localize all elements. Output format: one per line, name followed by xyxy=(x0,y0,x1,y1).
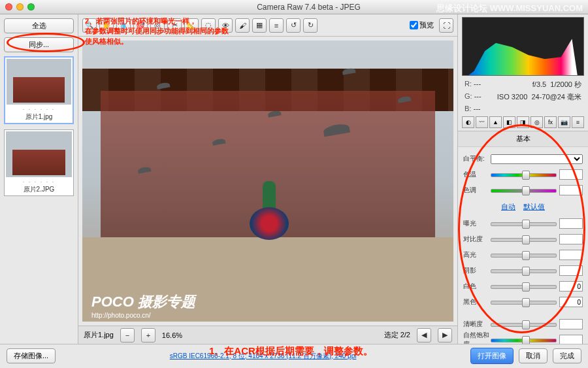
exposure-value[interactable] xyxy=(559,218,583,229)
panel-title: 基本 xyxy=(458,131,588,147)
redeye-tool[interactable]: 👁 xyxy=(218,18,233,33)
shadows-slider[interactable] xyxy=(491,266,557,275)
clarity-value[interactable] xyxy=(559,319,583,329)
contrast-slider[interactable] xyxy=(491,235,557,244)
tab-split[interactable]: ◨ xyxy=(517,116,529,128)
done-button[interactable]: 完成 xyxy=(553,348,581,363)
cancel-button[interactable]: 取消 xyxy=(519,348,547,363)
tab-presets[interactable]: ≡ xyxy=(572,116,584,128)
prefs-tool[interactable]: ≡ xyxy=(269,18,284,33)
next-image[interactable]: ▶ xyxy=(438,328,452,343)
open-image-button[interactable]: 打开图像 xyxy=(470,348,514,364)
watermark-topright: 思缘设计论坛 WWW.MISSYUAN.COM xyxy=(436,3,583,14)
clarity-slider[interactable] xyxy=(491,320,557,329)
thumbnail-1[interactable]: . . . . . . 原片1.jpg xyxy=(4,56,74,124)
wb-select[interactable] xyxy=(491,154,583,164)
highlights-value[interactable] xyxy=(559,250,583,260)
crop-tool[interactable]: ✂ xyxy=(167,18,182,33)
fullscreen-toggle[interactable]: ⛶ xyxy=(439,18,453,33)
whites-slider[interactable] xyxy=(491,282,557,291)
histogram[interactable] xyxy=(462,17,584,76)
current-filename: 原片1.jpg xyxy=(84,330,114,340)
tint-value[interactable] xyxy=(559,185,583,195)
rotate-cw[interactable]: ↻ xyxy=(303,18,318,33)
spot-tool[interactable]: ◌ xyxy=(201,18,216,33)
rotate-ccw[interactable]: ↺ xyxy=(286,18,301,33)
selection-counter: 选定 2/2 xyxy=(384,330,410,340)
tint-slider[interactable] xyxy=(491,186,557,195)
select-all-button[interactable]: 全选 xyxy=(4,18,74,33)
shadows-value[interactable] xyxy=(559,265,583,276)
tab-basic[interactable]: ◐ xyxy=(462,116,474,128)
thumb-label: 原片2.JPG xyxy=(6,184,72,194)
zoom-window[interactable] xyxy=(27,3,35,10)
close-window[interactable] xyxy=(5,3,12,10)
blacks-value[interactable] xyxy=(559,297,583,307)
vibrance-slider[interactable] xyxy=(491,335,557,344)
whites-value[interactable] xyxy=(559,281,583,292)
prev-image[interactable]: ◀ xyxy=(417,328,431,343)
temp-value[interactable] xyxy=(559,169,583,180)
workflow-link[interactable]: sRGB IEC61966-2.1; 8 位; 4104 x 2736 (11.… xyxy=(170,352,357,360)
zoom-in[interactable]: + xyxy=(141,328,155,343)
sync-button[interactable]: 同步... xyxy=(4,37,74,52)
hand-tool[interactable]: ✋ xyxy=(99,18,114,33)
preview-label: 预览 xyxy=(419,20,434,30)
color-sampler-tool[interactable]: 🎯 xyxy=(133,18,148,33)
tab-detail[interactable]: ▲ xyxy=(489,116,502,128)
contrast-value[interactable] xyxy=(559,234,583,244)
watermark-bottomleft: POCO 摄影专题 http://photo.poco.cn/ xyxy=(91,292,195,319)
temp-slider[interactable] xyxy=(491,170,557,179)
tab-lens[interactable]: ◎ xyxy=(531,116,543,128)
thumb-label: 原片1.jpg xyxy=(7,111,71,122)
wb-label: 白平衡: xyxy=(463,154,491,163)
image-preview[interactable] xyxy=(82,41,453,322)
tab-fx[interactable]: fx xyxy=(544,116,557,128)
wb-tool[interactable]: 💧 xyxy=(116,18,131,33)
tab-camera[interactable]: 📷 xyxy=(558,116,570,128)
default-link[interactable]: 默认值 xyxy=(523,203,545,210)
minimize-window[interactable] xyxy=(16,3,24,10)
zoom-tool[interactable]: 🔍 xyxy=(82,18,97,33)
vibrance-value[interactable] xyxy=(559,335,583,344)
thumbnail-2[interactable]: . . . . . . 原片2.JPG xyxy=(4,129,74,196)
zoom-out[interactable]: − xyxy=(120,328,135,343)
preview-checkbox[interactable] xyxy=(410,21,418,29)
adjust-brush-tool[interactable]: 🖌 xyxy=(235,18,250,33)
tab-curve[interactable]: 〰 xyxy=(476,116,488,128)
highlights-slider[interactable] xyxy=(491,250,557,259)
gradient-tool[interactable]: ▦ xyxy=(252,18,267,33)
zoom-level[interactable]: 16.6% xyxy=(162,331,182,339)
auto-link[interactable]: 自动 xyxy=(501,203,515,210)
save-image-button[interactable]: 存储图像... xyxy=(7,348,56,363)
target-adjust-tool[interactable]: ◎ xyxy=(150,18,165,33)
blacks-slider[interactable] xyxy=(491,297,557,307)
exposure-slider[interactable] xyxy=(491,219,557,228)
tab-hsl[interactable]: ◧ xyxy=(503,116,515,128)
straighten-tool[interactable]: 📐 xyxy=(184,18,199,33)
